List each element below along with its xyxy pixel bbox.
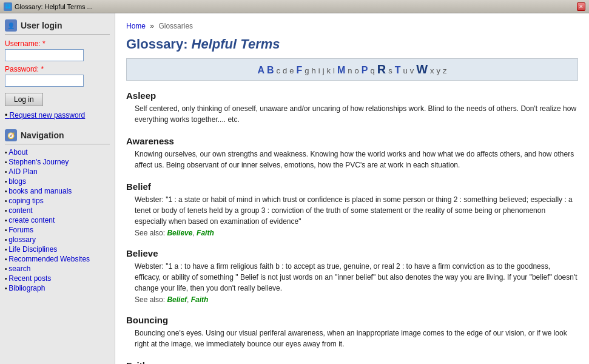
browser-window: 👤 User login Username: * Password: * Log… <box>0 13 589 364</box>
nav-item-recent-posts[interactable]: Recent posts <box>8 274 51 283</box>
nav-item-coping-tips[interactable]: coping tips <box>8 197 43 205</box>
navigation-section: 🧭 Navigation AboutStephen's JourneyAID P… <box>5 129 110 292</box>
alpha-letter-l: l <box>333 66 335 75</box>
term-definition: Self centered, only thinking of oneself,… <box>135 103 578 125</box>
term-definition: Bouncing one's eyes. Using our visual pe… <box>135 328 578 349</box>
nav-item-content[interactable]: content <box>8 206 32 215</box>
alpha-letter-A[interactable]: A <box>257 65 264 75</box>
alpha-letter-i: i <box>318 66 320 75</box>
user-login-header: 👤 User login <box>5 19 110 35</box>
forgot-password-row: Request new password <box>5 111 110 120</box>
password-label: Password: * <box>5 65 110 73</box>
breadcrumb-current: Glossaries <box>158 22 193 30</box>
term-name: Belief <box>126 181 578 192</box>
username-required: * <box>42 39 45 48</box>
navigation-title: Navigation <box>21 130 64 140</box>
nav-item-life-disciplines[interactable]: Life Disciplines <box>8 245 57 254</box>
nav-item-books-and-manuals[interactable]: books and manuals <box>8 187 72 195</box>
alpha-letter-j: j <box>323 66 325 75</box>
alpha-letter-W[interactable]: W <box>416 62 428 76</box>
nav-item-search[interactable]: search <box>8 265 30 273</box>
page-title: Glossary: Helpful Terms <box>126 36 578 52</box>
alpha-letter-d: d <box>283 66 287 75</box>
forgot-password-link[interactable]: Request new password <box>5 111 85 120</box>
user-login-icon: 👤 <box>5 19 17 32</box>
username-row: Username: * <box>5 39 110 61</box>
alpha-letter-g: g <box>305 66 309 75</box>
see-also-link-faith[interactable]: Faith <box>191 295 209 304</box>
username-input[interactable] <box>5 49 84 61</box>
alpha-letter-n: n <box>348 66 352 75</box>
breadcrumb-separator: » <box>150 22 154 30</box>
term-definition: Webster: "1 a : to have a firm religious… <box>135 261 578 294</box>
nav-item-aid-plan[interactable]: AID Plan <box>8 167 37 176</box>
term-name: Believe <box>126 248 578 258</box>
title-bar: 🌐 Glossary: Helpful Terms ... ✕ <box>0 0 589 13</box>
alpha-letter-h: h <box>312 66 316 75</box>
close-button[interactable]: ✕ <box>577 2 585 11</box>
term-name: Bouncing <box>126 315 578 325</box>
nav-item-about[interactable]: About <box>8 148 27 157</box>
login-button[interactable]: Log in <box>5 93 43 106</box>
alpha-letter-c: c <box>277 66 281 75</box>
title-bar-text: Glossary: Helpful Terms ... <box>15 3 574 10</box>
nav-item-glossary[interactable]: glossary <box>8 235 36 244</box>
alpha-letter-T[interactable]: T <box>395 65 401 75</box>
alpha-letter-o: o <box>355 66 359 75</box>
alpha-letter-s: s <box>388 66 392 75</box>
term-block: BelieveWebster: "1 a : to have a firm re… <box>126 248 578 304</box>
alpha-letter-q: q <box>370 66 374 75</box>
term-see-also: See also: Believe, Faith <box>135 229 578 237</box>
term-block: FaithWebster: "1 a : allegiance to duty … <box>126 360 578 364</box>
term-name: Asleep <box>126 90 578 101</box>
breadcrumb-home[interactable]: Home <box>126 22 146 30</box>
nav-item-bibliograph[interactable]: Bibliograph <box>8 284 45 292</box>
alpha-letter-R[interactable]: R <box>377 62 386 76</box>
nav-item-recommended-websites[interactable]: Recommended Websites <box>8 255 90 263</box>
alpha-letter-M[interactable]: M <box>337 65 345 75</box>
password-input[interactable] <box>5 75 84 87</box>
alpha-letter-k: k <box>327 66 331 75</box>
nav-item-blogs[interactable]: blogs <box>8 177 26 186</box>
alpha-letter-P[interactable]: P <box>362 65 368 75</box>
term-block: BeliefWebster: "1 : a state or habit of … <box>126 181 578 237</box>
see-also-link-believe[interactable]: Believe <box>167 229 192 237</box>
term-name: Awareness <box>126 136 578 146</box>
password-required: * <box>41 65 44 73</box>
term-block: BouncingBouncing one's eyes. Using our v… <box>126 315 578 349</box>
alpha-letter-x: x <box>430 66 434 75</box>
see-also-link-belief[interactable]: Belief <box>167 295 187 304</box>
alpha-letter-z: z <box>443 66 447 75</box>
term-block: AsleepSelf centered, only thinking of on… <box>126 90 578 125</box>
see-also-link-faith[interactable]: Faith <box>197 229 214 237</box>
main-content: Home » Glossaries Glossary: Helpful Term… <box>115 13 589 364</box>
breadcrumb: Home » Glossaries <box>126 22 578 30</box>
alpha-letter-e: e <box>289 66 294 75</box>
term-block: AwarenessKnowing ourselves, our own stre… <box>126 136 578 170</box>
navigation-header: 🧭 Navigation <box>5 129 110 144</box>
nav-item-create-content[interactable]: create content <box>8 216 55 224</box>
term-name: Faith <box>126 360 578 364</box>
nav-list: AboutStephen's JourneyAID Planblogsbooks… <box>5 148 110 292</box>
term-definition: Webster: "1 : a state or habit of mind i… <box>135 194 578 227</box>
user-login-title: User login <box>21 21 62 30</box>
alpha-letter-u: u <box>403 66 407 75</box>
alpha-letter-B[interactable]: B <box>267 65 274 75</box>
username-label: Username: * <box>5 39 110 48</box>
alpha-letter-F[interactable]: F <box>297 65 303 75</box>
alpha-letter-y: y <box>437 66 441 75</box>
alpha-letter-v: v <box>410 66 414 75</box>
password-row: Password: * <box>5 65 110 87</box>
alphabet-bar: ABcdeFghijklMnoPqRsTuvWxyz <box>126 58 578 81</box>
term-see-also: See also: Belief, Faith <box>135 295 578 304</box>
navigation-icon: 🧭 <box>5 129 17 141</box>
term-definition: Knowing ourselves, our own strengths and… <box>135 149 578 170</box>
browser-icon: 🌐 <box>4 2 12 11</box>
nav-item-stephen's-journey[interactable]: Stephen's Journey <box>8 158 69 166</box>
nav-item-forums[interactable]: Forums <box>8 226 33 234</box>
terms-container: AsleepSelf centered, only thinking of on… <box>126 90 578 364</box>
sidebar: 👤 User login Username: * Password: * Log… <box>0 13 115 364</box>
